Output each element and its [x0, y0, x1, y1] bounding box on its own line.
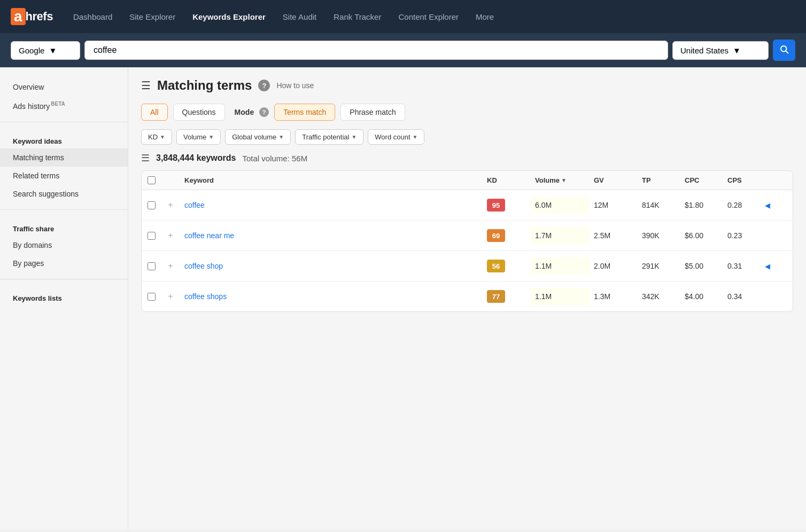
row2-checkbox[interactable]	[148, 232, 156, 240]
page-title: Matching terms	[157, 78, 252, 93]
row1-checkbox[interactable]	[148, 201, 156, 209]
table-row: + coffee shop 56 1.1M 2.0M 291K $5.00 0.…	[142, 251, 793, 281]
row3-kd: 56	[483, 260, 531, 272]
svg-line-1	[786, 51, 788, 53]
nav-site-explorer[interactable]: Site Explorer	[122, 8, 183, 26]
help-icon[interactable]: ?	[258, 80, 270, 91]
col-filter-wc-label: Word count	[375, 133, 410, 141]
engine-select[interactable]: Google ▼	[11, 41, 80, 60]
row2-add-icon[interactable]: +	[161, 231, 180, 240]
beta-badge: BETA	[51, 101, 65, 107]
volume-sort-icon: ▼	[561, 177, 567, 183]
sidebar-item-related-terms[interactable]: Related terms	[0, 167, 128, 185]
results-count: 3,848,444 keywords	[156, 153, 236, 163]
sidebar-item-search-suggestions[interactable]: Search suggestions	[0, 185, 128, 203]
table-row: + coffee 95 6.0M 12M 814K $1.80 0.28 ◀	[142, 190, 793, 221]
sidebar-item-ads-history[interactable]: Ads historyBETA	[0, 96, 128, 115]
header-cpc[interactable]: CPC	[680, 176, 723, 184]
row2-tp: 390K	[638, 231, 680, 240]
row4-add-icon[interactable]: +	[161, 292, 180, 301]
sidebar-keyword-ideas-header: Keyword ideas	[0, 129, 128, 148]
row1-extra: ◀	[761, 201, 793, 209]
tp-chevron-icon: ▼	[351, 134, 356, 140]
row2-kd: 69	[483, 229, 531, 242]
table-row: + coffee shops 77 1.1M 1.3M 342K $4.00 0…	[142, 281, 793, 311]
row3-kd-badge: 56	[487, 260, 505, 272]
sidebar-item-overview[interactable]: Overview	[0, 78, 128, 96]
search-input[interactable]	[94, 45, 659, 55]
header-gv[interactable]: GV	[590, 176, 638, 184]
logo-a-letter: a	[11, 8, 26, 25]
row2-checkbox-cell[interactable]	[142, 232, 161, 240]
nav-content-explorer[interactable]: Content Explorer	[391, 8, 466, 26]
nav-more[interactable]: More	[468, 8, 501, 26]
mode-help-icon[interactable]: ?	[259, 107, 269, 117]
header-tp[interactable]: TP	[638, 176, 680, 184]
row3-checkbox-cell[interactable]	[142, 262, 161, 270]
logo-hrefs-text: hrefs	[26, 10, 53, 24]
volume-chevron-icon: ▼	[208, 134, 214, 140]
row1-tp: 814K	[638, 201, 680, 209]
volume-header-label: Volume	[535, 176, 560, 184]
header-keyword[interactable]: Keyword	[180, 176, 483, 184]
col-filter-tp-label: Traffic potential	[302, 133, 349, 141]
row4-checkbox[interactable]	[148, 293, 156, 301]
row3-add-icon[interactable]: +	[161, 261, 180, 271]
row1-add-icon[interactable]: +	[161, 200, 180, 210]
row4-cpc: $4.00	[680, 292, 723, 301]
sidebar: Overview Ads historyBETA Keyword ideas M…	[0, 67, 128, 530]
header-checkbox-cell[interactable]	[142, 176, 161, 184]
main-layout: Overview Ads historyBETA Keyword ideas M…	[0, 67, 806, 530]
nav-keywords-explorer[interactable]: Keywords Explorer	[185, 8, 273, 26]
search-bar: Google ▼ United States ▼	[0, 33, 806, 67]
results-hamburger-icon[interactable]: ☰	[141, 152, 150, 164]
filter-btn-questions[interactable]: Questions	[173, 104, 225, 121]
row4-cps: 0.34	[723, 292, 761, 301]
sidebar-item-by-domains[interactable]: By domains	[0, 236, 128, 254]
row4-kd: 77	[483, 290, 531, 303]
nav-rank-tracker[interactable]: Rank Tracker	[326, 8, 389, 26]
row4-volume: 1.1M	[531, 288, 590, 305]
logo[interactable]: a hrefs	[11, 8, 53, 25]
row4-checkbox-cell[interactable]	[142, 293, 161, 301]
sidebar-item-matching-terms[interactable]: Matching terms	[0, 148, 128, 167]
row1-keyword[interactable]: coffee	[180, 201, 483, 209]
col-filter-word-count[interactable]: Word count ▼	[368, 129, 424, 145]
search-button[interactable]	[773, 40, 795, 61]
filter-row: All Questions Mode ? Terms match Phrase …	[141, 104, 793, 121]
wc-chevron-icon: ▼	[413, 134, 418, 140]
results-volume: Total volume: 56M	[242, 154, 307, 163]
nav-dashboard[interactable]: Dashboard	[66, 8, 120, 26]
mode-btn-phrase-match[interactable]: Phrase match	[340, 104, 405, 121]
col-filter-volume[interactable]: Volume ▼	[176, 129, 221, 145]
header-volume[interactable]: Volume ▼	[531, 176, 590, 184]
row4-kd-badge: 77	[487, 290, 505, 303]
row4-keyword[interactable]: coffee shops	[180, 292, 483, 301]
filter-btn-all[interactable]: All	[141, 104, 168, 121]
col-filter-global-volume[interactable]: Global volume ▼	[225, 129, 291, 145]
row3-extra: ◀	[761, 262, 793, 270]
sidebar-item-by-pages[interactable]: By pages	[0, 254, 128, 272]
kd-chevron-icon: ▼	[160, 134, 165, 140]
table-header: Keyword KD Volume ▼ GV TP CPC CPS	[142, 171, 793, 190]
nav-site-audit[interactable]: Site Audit	[275, 8, 324, 26]
main-content: ☰ Matching terms ? How to use All Questi…	[128, 67, 806, 530]
header-cps[interactable]: CPS	[723, 176, 761, 184]
row2-gv: 2.5M	[590, 231, 638, 240]
mode-btn-terms-match[interactable]: Terms match	[274, 104, 335, 121]
hamburger-icon[interactable]: ☰	[141, 79, 151, 92]
row3-keyword[interactable]: coffee shop	[180, 262, 483, 270]
how-to-use-link[interactable]: How to use	[276, 81, 314, 90]
row2-keyword[interactable]: coffee near me	[180, 231, 483, 240]
row1-checkbox-cell[interactable]	[142, 201, 161, 209]
sidebar-ads-history-label: Ads history	[13, 102, 50, 111]
col-filter-kd[interactable]: KD ▼	[141, 129, 172, 145]
select-all-checkbox[interactable]	[148, 176, 156, 184]
country-select[interactable]: United States ▼	[672, 41, 769, 60]
row3-checkbox[interactable]	[148, 262, 156, 270]
header-kd[interactable]: KD	[483, 176, 531, 184]
sidebar-divider-3	[0, 279, 128, 279]
engine-chevron-icon: ▼	[49, 46, 57, 55]
col-filter-traffic-potential[interactable]: Traffic potential ▼	[295, 129, 363, 145]
sidebar-divider-1	[0, 122, 128, 122]
